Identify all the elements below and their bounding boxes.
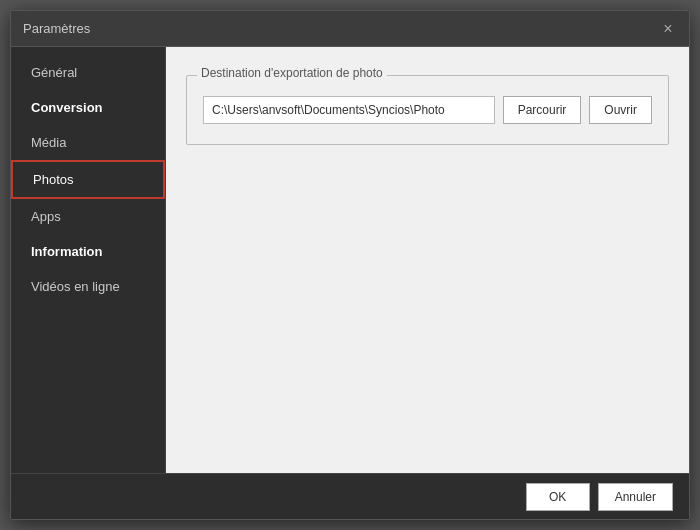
cancel-button[interactable]: Annuler — [598, 483, 673, 511]
sidebar-item-videos-en-ligne[interactable]: Vidéos en ligne — [11, 269, 165, 304]
group-box-photo-export: Destination d'exportation de photo Parco… — [186, 75, 669, 145]
open-button[interactable]: Ouvrir — [589, 96, 652, 124]
sidebar-item-media[interactable]: Média — [11, 125, 165, 160]
path-row: Parcourir Ouvrir — [203, 96, 652, 124]
sidebar: GénéralConversionMédiaPhotosAppsInformat… — [11, 47, 166, 473]
close-button[interactable]: × — [659, 20, 677, 38]
sidebar-item-information[interactable]: Information — [11, 234, 165, 269]
browse-button[interactable]: Parcourir — [503, 96, 582, 124]
content-area: GénéralConversionMédiaPhotosAppsInformat… — [11, 47, 689, 473]
main-content: Destination d'exportation de photo Parco… — [166, 47, 689, 473]
sidebar-item-apps[interactable]: Apps — [11, 199, 165, 234]
sidebar-item-general[interactable]: Général — [11, 55, 165, 90]
sidebar-item-photos[interactable]: Photos — [11, 160, 165, 199]
dialog-window: Paramètres × GénéralConversionMédiaPhoto… — [10, 10, 690, 520]
dialog-title: Paramètres — [23, 21, 90, 36]
path-input[interactable] — [203, 96, 495, 124]
footer: OK Annuler — [11, 473, 689, 519]
sidebar-item-conversion[interactable]: Conversion — [11, 90, 165, 125]
group-box-legend: Destination d'exportation de photo — [197, 66, 387, 80]
title-bar: Paramètres × — [11, 11, 689, 47]
ok-button[interactable]: OK — [526, 483, 590, 511]
